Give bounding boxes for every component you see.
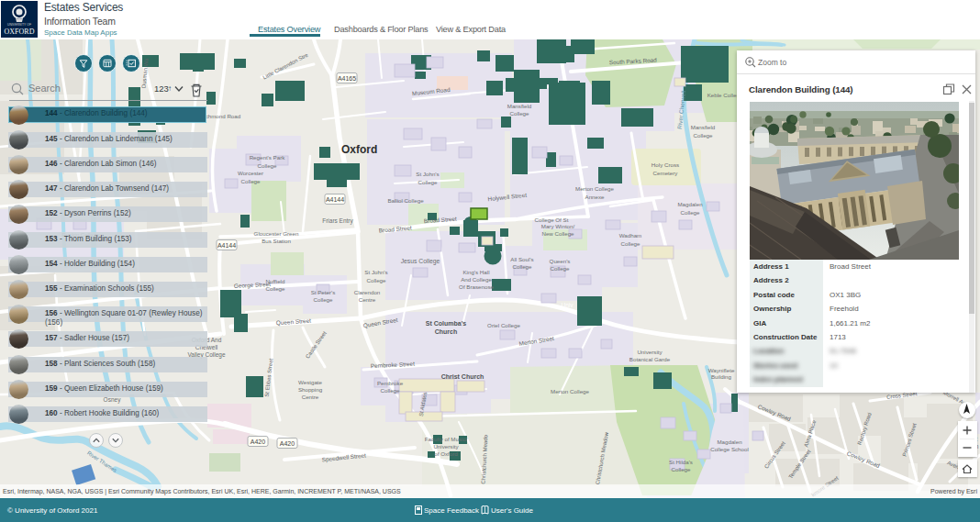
svg-text:Worcester: Worcester <box>238 170 263 176</box>
svg-text:College: College <box>314 296 334 303</box>
svg-text:Centre: Centre <box>302 394 319 400</box>
svg-text:Magdalen: Magdalen <box>717 439 742 445</box>
svg-text:Mary Winton/: Mary Winton/ <box>541 223 575 229</box>
svg-text:Merton College: Merton College <box>551 388 590 394</box>
svg-text:Pembroke: Pembroke <box>377 380 404 386</box>
svg-text:College: College <box>672 466 692 472</box>
svg-text:New College: New College <box>541 230 574 237</box>
svg-text:Holy Cross: Holy Cross <box>651 161 679 168</box>
svg-text:University: University <box>637 349 663 355</box>
svg-text:Botanical Garde: Botanical Garde <box>629 356 671 362</box>
svg-text:Univ: Univ <box>561 302 574 308</box>
svg-text:College: College <box>367 277 387 283</box>
svg-text:University: University <box>433 443 459 450</box>
svg-text:All Soul's: All Soul's <box>510 256 533 262</box>
svg-text:123: 123 <box>154 83 169 94</box>
svg-text:Jesus College: Jesus College <box>401 258 440 265</box>
svg-text:Wadham: Wadham <box>619 232 642 239</box>
svg-text:Mansfield: Mansfield <box>691 124 716 130</box>
svg-text:Centre: Centre <box>359 296 376 303</box>
svg-text:College: College <box>513 263 533 270</box>
svg-text:King's Hall: King's Hall <box>462 269 489 275</box>
svg-text:College: College <box>418 179 439 185</box>
svg-text:St Peter's: St Peter's <box>311 289 336 295</box>
svg-text:Building: Building <box>711 373 732 380</box>
svg-text:College: College <box>510 110 530 117</box>
svg-text:Faculty of Music/: Faculty of Music/ <box>425 436 468 442</box>
svg-text:Search: Search <box>28 83 61 94</box>
svg-text:Church: Church <box>435 328 458 335</box>
svg-text:Bus Station: Bus Station <box>262 238 291 244</box>
svg-text:Magdalen: Magdalen <box>677 201 703 207</box>
svg-text:Regent's Park: Regent's Park <box>250 154 286 161</box>
svg-text:OXFORD: OXFORD <box>5 28 35 36</box>
svg-text:Oriel College: Oriel College <box>487 322 520 328</box>
svg-text:College: College <box>681 209 701 216</box>
svg-text:Of Brasenose: Of Brasenose <box>459 283 494 290</box>
svg-text:Balliol College: Balliol College <box>387 197 424 204</box>
svg-text:College: College <box>258 162 278 169</box>
svg-text:St Hilda's: St Hilda's <box>669 459 693 465</box>
svg-text:Merton College: Merton College <box>575 185 615 192</box>
svg-text:College: College <box>241 178 262 184</box>
svg-text:Mansfield: Mansfield <box>507 103 532 109</box>
svg-text:College Of St: College Of St <box>535 217 569 223</box>
svg-text:Wayniflete: Wayniflete <box>708 367 735 373</box>
svg-text:St John's: St John's <box>416 171 439 177</box>
svg-text:Christ Church: Christ Church <box>441 373 484 380</box>
svg-text:A420: A420 <box>280 440 295 447</box>
svg-text:A4165: A4165 <box>338 75 356 82</box>
svg-text:College: College <box>621 240 641 247</box>
svg-text:of Oxford: of Oxford <box>434 450 458 457</box>
svg-text:Gloucester Green: Gloucester Green <box>254 230 299 237</box>
svg-text:St Columba's: St Columba's <box>426 320 467 327</box>
svg-text:Westgate: Westgate <box>298 379 323 385</box>
svg-text:And College: And College <box>461 276 492 283</box>
svg-text:College School: College School <box>710 446 749 452</box>
svg-text:College: College <box>694 132 714 139</box>
svg-text:Queen's: Queen's <box>550 258 571 264</box>
svg-text:A4144: A4144 <box>326 196 344 203</box>
svg-text:UNIVERSITY OF: UNIVERSITY OF <box>7 23 31 27</box>
svg-text:Friars Entry: Friars Entry <box>322 217 353 225</box>
svg-text:Clarendon: Clarendon <box>354 289 381 295</box>
svg-text:Oxford: Oxford <box>341 143 377 156</box>
svg-text:College: College <box>551 265 571 272</box>
svg-text:Cemetery: Cemetery <box>653 170 679 176</box>
svg-text:Annexe: Annexe <box>585 194 606 200</box>
svg-text:A420: A420 <box>251 439 265 445</box>
svg-text:St John's: St John's <box>364 269 387 275</box>
svg-text:↑: ↑ <box>168 84 172 93</box>
svg-text:Shopping: Shopping <box>298 386 323 393</box>
svg-text:College: College <box>381 387 401 394</box>
